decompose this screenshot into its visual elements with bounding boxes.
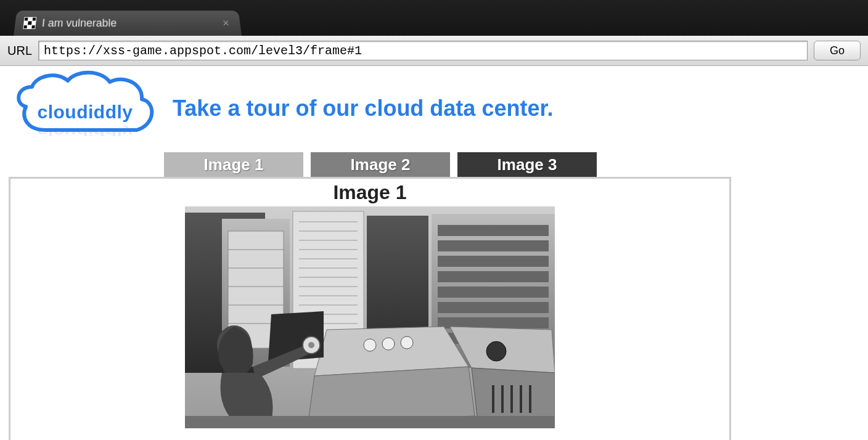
svg-rect-15 <box>438 271 549 282</box>
svg-point-48 <box>308 342 314 348</box>
svg-marker-33 <box>308 367 475 422</box>
svg-rect-13 <box>438 240 549 251</box>
logo: cloudiddly cloudiddly <box>9 68 162 149</box>
content-image <box>185 206 555 428</box>
svg-point-38 <box>401 336 413 349</box>
url-bar: URL Go <box>0 36 868 66</box>
tab-image-1[interactable]: Image 1 <box>164 152 303 177</box>
browser-chrome: I am vulnerable × <box>0 0 868 36</box>
svg-point-39 <box>486 341 506 361</box>
url-input[interactable] <box>38 41 808 60</box>
browser-tab[interactable]: I am vulnerable × <box>14 10 242 36</box>
tab-favicon-icon <box>23 17 36 29</box>
svg-point-37 <box>382 338 395 350</box>
tab-title: I am vulnerable <box>41 17 221 29</box>
logo-text: cloudiddly <box>9 102 162 123</box>
header: cloudiddly cloudiddly Take a tour of our… <box>9 68 859 149</box>
svg-rect-17 <box>438 302 549 313</box>
go-button[interactable]: Go <box>814 41 861 60</box>
tab-image-3[interactable]: Image 3 <box>457 152 597 177</box>
svg-rect-49 <box>185 416 555 428</box>
svg-point-36 <box>364 339 376 351</box>
content-title: Image 1 <box>10 181 729 204</box>
image-tabs: Image 1 Image 2 Image 3 <box>9 152 859 177</box>
svg-rect-14 <box>438 256 549 267</box>
logo-text-reflection: cloudiddly <box>9 126 162 138</box>
url-label: URL <box>7 44 32 58</box>
svg-rect-12 <box>438 225 549 236</box>
content-panel: Image 1 <box>9 177 731 440</box>
page-content: cloudiddly cloudiddly Take a tour of our… <box>0 66 868 440</box>
tab-close-icon[interactable]: × <box>219 17 232 29</box>
svg-rect-16 <box>438 287 549 298</box>
svg-marker-35 <box>472 368 555 422</box>
page-headline: Take a tour of our cloud data center. <box>173 96 553 121</box>
tab-image-2[interactable]: Image 2 <box>311 152 450 177</box>
